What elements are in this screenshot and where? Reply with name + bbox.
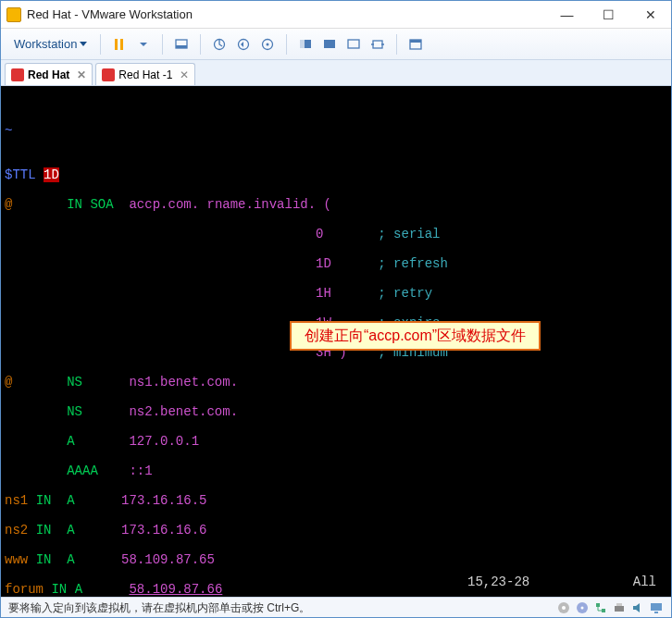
status-hint: 要将输入定向到该虚拟机，请在虚拟机内部单击或按 Ctrl+G。 [8,600,310,616]
close-icon[interactable]: ✕ [77,68,86,81]
vm-icon [11,68,24,81]
tab-redhat-1[interactable]: Red Hat -1 ✕ [95,63,195,85]
display-icon[interactable] [649,600,664,615]
aaaa-type: AAAA [67,464,98,478]
svg-rect-1 [120,39,123,50]
cd-icon[interactable] [575,600,590,615]
rec3-in: IN [36,552,52,567]
separator [396,34,397,55]
rec3-val: 58.109.87.65 [121,552,215,567]
view-fullscreen-button[interactable] [318,33,341,56]
rec1-type: A [67,493,74,508]
svg-point-16 [562,606,566,610]
ns1-val: ns1.benet.com. [129,375,238,389]
svg-rect-21 [615,606,624,612]
owner: @ [5,197,12,212]
tab-label: Red Hat [28,68,69,81]
svg-rect-3 [176,45,187,48]
in-kw: IN [67,197,82,212]
svg-rect-14 [410,40,421,43]
ttl-label: $TTL [5,167,36,182]
a-val: 127.0.0.1 [129,434,199,449]
svg-rect-11 [348,40,359,48]
svg-rect-19 [596,603,600,607]
annotation-callout: 创建正向“accp.com”区域数据文件 [290,321,541,351]
soa-rname: rname.invalid. [207,197,317,212]
soa-mname: accp.com. [129,197,199,212]
tilde: ~ [5,123,12,138]
minimize-button[interactable]: — [546,2,588,28]
network-icon[interactable] [593,600,608,615]
retry-val: 1H [316,286,331,301]
aaaa-val: ::1 [129,464,152,478]
separator [100,34,101,55]
disk-icon[interactable] [556,600,571,615]
title-bar: Red Hat - VMware Workstation — ☐ ✕ [1,1,671,29]
rec1-in: IN [36,493,52,508]
close-button[interactable]: ✕ [629,2,671,28]
soa-kw: SOA [90,197,113,212]
svg-point-7 [267,43,269,45]
view-stretch-button[interactable] [367,33,389,56]
separator [200,34,201,55]
send-ctrl-alt-del-button[interactable] [170,33,193,56]
chevron-down-icon [80,42,87,46]
separator [286,34,287,55]
cursor-position: 15,23-28 [467,575,529,589]
tab-bar: Red Hat ✕ Red Hat -1 ✕ [1,60,671,86]
svg-rect-20 [602,609,605,612]
svg-rect-9 [300,40,305,48]
svg-rect-0 [115,39,118,50]
terminal-content: ~ $TTL 1D @ IN SOA accp.com. rname.inval… [5,108,667,597]
snapshot-revert-button[interactable] [232,33,255,56]
workstation-menu-label: Workstation [14,37,77,51]
thumbnail-bar-button[interactable] [404,33,427,56]
rec2-name: ns2 [5,523,28,538]
refresh-val: 1D [316,256,331,271]
pause-button[interactable] [108,33,131,56]
printer-icon[interactable] [612,600,627,615]
vm-icon [102,68,115,81]
rec3-name: www [5,552,28,567]
rec1-name: ns1 [5,493,28,508]
tab-redhat[interactable]: Red Hat ✕ [5,63,93,85]
vm-console[interactable]: ~ $TTL 1D @ IN SOA accp.com. rname.inval… [1,86,671,597]
app-icon [6,7,21,22]
ns-type: NS [67,404,82,419]
workstation-menu[interactable]: Workstation [8,33,93,55]
rec1-val: 173.16.16.5 [121,493,206,508]
window-buttons: — ☐ ✕ [546,2,671,28]
ns2-val: ns2.benet.com. [129,404,238,419]
vim-status-line: 15,23-28 All [5,575,667,589]
sound-icon[interactable] [630,600,645,615]
retry-comment: ; retry [378,286,432,301]
scroll-indicator: All [633,575,656,589]
rec2-in: IN [36,523,52,538]
svg-point-18 [581,607,584,610]
svg-rect-12 [373,41,382,48]
a-type: A [67,434,74,449]
svg-rect-24 [654,612,658,613]
view-console-button[interactable] [294,33,317,56]
separator [162,34,163,55]
tab-label: Red Hat -1 [118,68,172,81]
view-unity-button[interactable] [342,33,365,56]
refresh-comment: ; refresh [378,256,448,271]
snapshot-manager-button[interactable] [256,33,279,56]
open-paren: ( [324,197,331,212]
rec2-val: 173.16.16.6 [121,523,206,538]
svg-rect-22 [616,603,622,606]
ttl-value: 1D [44,167,59,182]
owner: @ [5,375,12,389]
rec3-type: A [67,552,74,567]
rec2-type: A [67,523,74,538]
maximize-button[interactable]: ☐ [588,2,629,28]
svg-rect-10 [324,40,335,48]
power-dropdown[interactable] [132,33,155,56]
close-icon[interactable]: ✕ [180,68,189,81]
serial-val: 0 [316,227,323,241]
ns-type: NS [67,375,82,389]
snapshot-take-button[interactable] [208,33,230,56]
status-bar: 要将输入定向到该虚拟机，请在虚拟机内部单击或按 Ctrl+G。 [1,597,671,618]
serial-comment: ; serial [378,227,440,241]
